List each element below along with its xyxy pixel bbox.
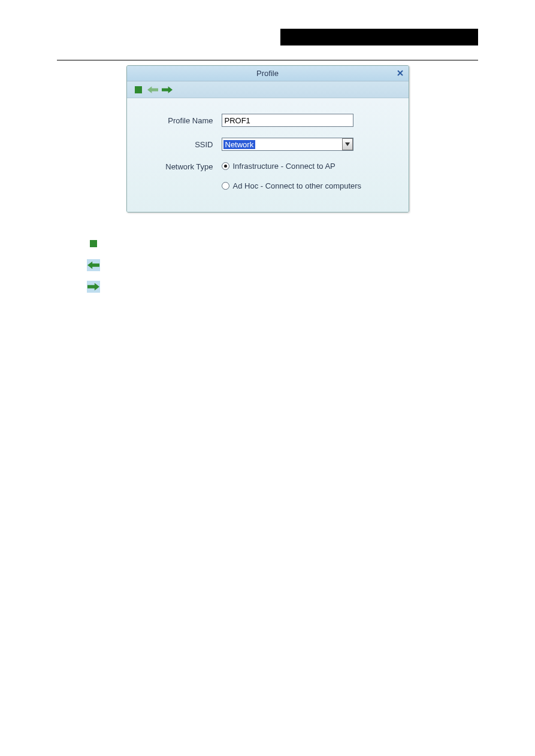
profile-dialog: Profile Profile Name: [126, 65, 409, 212]
profile-name-input[interactable]: [222, 114, 353, 127]
legend-back-arrow-icon: [87, 259, 100, 271]
ssid-combo[interactable]: Network: [222, 138, 353, 151]
ssid-label: SSID: [144, 140, 222, 149]
dialog-titlebar: Profile: [127, 66, 409, 81]
dialog-toolbar: [127, 81, 409, 98]
forward-arrow-icon[interactable]: [162, 84, 173, 95]
icon-legend: [57, 238, 478, 293]
stop-icon[interactable]: [133, 84, 144, 95]
adhoc-radio[interactable]: [222, 182, 229, 190]
legend-forward-arrow-icon: [87, 281, 100, 293]
infrastructure-radio-label: Infrastructure - Connect to AP: [233, 162, 335, 171]
header-black-bar: [280, 29, 478, 45]
chevron-down-icon[interactable]: [342, 138, 353, 150]
close-button[interactable]: [395, 68, 405, 78]
infrastructure-radio[interactable]: [222, 162, 229, 170]
svg-rect-0: [135, 86, 142, 93]
dialog-body: Profile Name SSID Network Network Type: [127, 98, 409, 212]
horizontal-rule: [57, 60, 478, 60]
ssid-selected-value: Network: [223, 140, 256, 149]
adhoc-radio-label: Ad Hoc - Connect to other computers: [233, 181, 362, 190]
network-type-label: Network Type: [144, 162, 222, 171]
dialog-title: Profile: [256, 69, 279, 78]
profile-name-label: Profile Name: [144, 116, 222, 125]
back-arrow-icon[interactable]: [147, 84, 158, 95]
svg-rect-1: [90, 240, 97, 247]
legend-stop-icon: [87, 238, 100, 250]
